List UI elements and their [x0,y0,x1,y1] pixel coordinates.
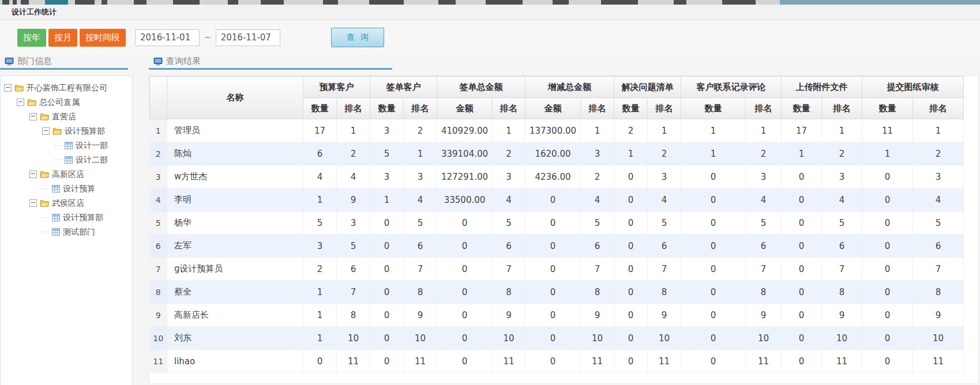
group-column-header: 上传附件文件 [782,77,862,98]
table-row[interactable]: 11lihao011011011011011011011011 [150,350,964,373]
value-cell: 9 [581,304,614,327]
collapse-minus-icon[interactable] [29,199,37,207]
name-cell: 李明 [167,188,303,212]
value-cell: 2 [913,142,964,165]
sub-column-header: 排名 [746,98,782,119]
date-from-input[interactable] [135,29,200,46]
table-row[interactable]: 5杨华5305050505050505 [150,212,964,235]
value-cell: 5 [404,212,437,235]
value-cell: 11 [404,350,437,373]
table-icon [52,214,60,221]
active-tab-fragment [45,0,68,5]
value-cell: 1 [303,281,337,304]
sub-column-header: 排名 [822,98,862,119]
table-row[interactable]: 4李明191433500.0040404040404 [150,188,964,212]
top-tabs-strip[interactable] [0,0,980,5]
collapse-minus-icon[interactable] [42,127,50,135]
value-cell: 9 [746,304,782,327]
tree-node[interactable]: 开心装饰工程有限公司 [1,81,132,95]
collapse-minus-icon[interactable] [29,113,37,120]
tree-node[interactable]: 设计二部 [1,153,132,167]
table-row[interactable]: 3w方世杰4433127291.0034236.00203030303 [150,165,964,188]
table-row[interactable]: 10刘东110010010010010010010010 [150,327,964,350]
sub-column-header: 金额 [437,98,493,119]
table-row[interactable]: 2陈灿6251339104.0021620.00312121212 [150,142,964,165]
tree-connector [42,232,49,232]
table-row[interactable]: 7g设计预算员2607070707070707 [150,258,964,281]
collapse-minus-icon[interactable] [17,99,24,106]
tree-node[interactable]: 总公司直属 [1,95,132,110]
value-cell: 11 [337,350,370,373]
tree-node-label: 高新区店 [52,169,84,180]
row-index-cell: 3 [150,165,167,188]
row-index-cell: 4 [150,188,167,212]
results-panel-underline [149,68,392,70]
table-row[interactable]: 6左军3506060606060606 [150,235,964,258]
name-cell: w方世杰 [167,165,303,188]
value-cell: 9 [337,188,370,212]
name-cell: g设计预算员 [167,258,303,281]
value-cell: 8 [746,281,782,304]
value-cell: 8 [337,304,370,327]
value-cell: 4 [404,188,437,212]
tree-node[interactable]: 直营店 [1,110,132,124]
value-cell: 0 [437,258,493,281]
value-cell: 9 [913,304,964,327]
name-cell: 蔡全 [167,281,303,304]
value-cell: 3 [581,142,614,165]
group-column-header: 提交图纸审核 [862,77,964,98]
value-cell: 0 [525,212,581,235]
tree-node-label: 总公司直属 [39,97,80,108]
value-cell: 2 [746,142,782,165]
tree-node[interactable]: 设计预算 [1,182,132,196]
collapse-minus-icon[interactable] [4,84,12,92]
value-cell: 11 [493,350,525,373]
table-row[interactable]: 1管理员17132410929.001137300.0012111171111 [150,119,964,142]
value-cell: 0 [525,350,581,373]
value-cell: 0 [525,327,581,350]
date-to-input[interactable] [216,29,280,46]
value-cell: 11 [862,119,913,142]
table-row[interactable]: 9高新店长1809090909090909 [150,304,964,327]
value-cell: 5 [913,212,964,235]
department-panel: 部门信息 开心装饰工程有限公司总公司直属直营店设计预算部设计一部设计二部高新区店… [0,55,133,385]
tab-fragment [674,0,686,5]
table-row[interactable]: 8蔡全1708080808080808 [150,281,964,304]
by-year-button[interactable]: 按年 [17,29,46,47]
tree-node[interactable]: 武侯区店 [1,196,132,210]
value-cell: 2 [614,119,648,142]
value-cell: 0 [525,281,581,304]
tab-fragment [486,0,523,5]
by-period-button[interactable]: 按时间段 [80,29,126,47]
value-cell: 0 [782,188,822,212]
filter-toolbar: 按年 按月 按时间段 ~ 查询 [0,20,980,55]
value-cell: 0 [862,258,913,281]
by-month-button[interactable]: 按月 [48,29,77,47]
value-cell: 6 [822,235,862,258]
value-cell: 8 [913,281,964,304]
value-cell: 0 [782,165,822,188]
name-cell: 陈灿 [167,142,303,165]
value-cell: 8 [404,281,437,304]
collapse-minus-icon[interactable] [29,171,37,178]
value-cell: 0 [782,327,822,350]
tree-node[interactable]: 设计预算部 [1,210,132,225]
value-cell: 0 [862,235,913,258]
tree-node[interactable]: 设计预算部 [1,124,132,138]
value-cell: 6 [581,235,614,258]
folder-icon [52,127,62,135]
value-cell: 3 [337,212,370,235]
tree-node[interactable]: 高新区店 [1,167,132,182]
query-button[interactable]: 查询 [331,28,384,47]
group-column-header: 签单总金额 [437,77,525,98]
value-cell: 7 [493,258,525,281]
value-cell: 1 [681,142,746,165]
tree-node[interactable]: 测试部门 [1,225,132,239]
tab-fragment [438,0,456,5]
value-cell: 0 [862,188,913,212]
tree-node[interactable]: 设计一部 [1,138,132,153]
name-column-header: 名称 [167,77,303,119]
results-table-wrap: 名称预算客户签单客户签单总金额增减总金额解决问题清单客户联系记录评论上传附件文件… [149,76,979,384]
results-panel: 查询结果 名称预算客户签单客户签单总金额增减总金额解决问题清单客户联系记录评论上… [149,55,980,384]
sub-column-header: 数量 [862,98,913,119]
